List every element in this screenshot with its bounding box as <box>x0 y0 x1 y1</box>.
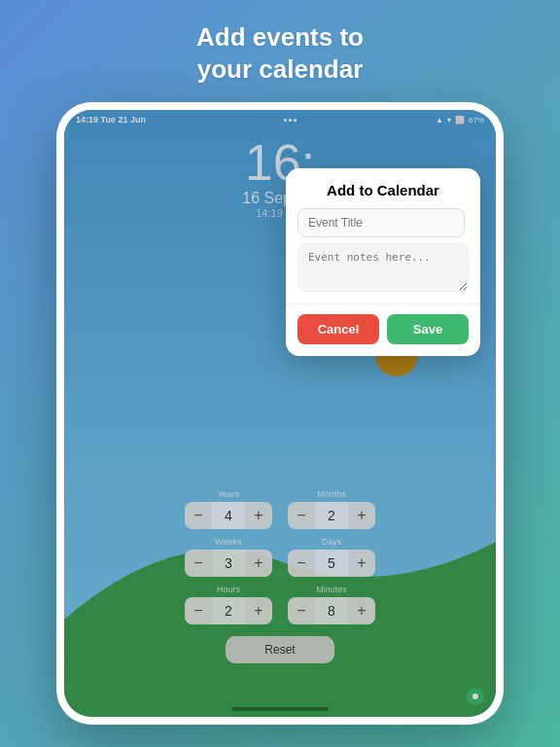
modal-dialog: Add to Calendar Cancel Save <box>286 168 480 356</box>
device-frame: 14:19 Tue 21 Jun ▲ ▾ ⬜ 67% 16: 16 Septem <box>56 102 504 725</box>
event-title-input[interactable] <box>298 208 465 237</box>
title-line2: your calendar <box>197 54 364 84</box>
modal-overlay: Add to Calendar Cancel Save <box>64 110 496 717</box>
event-notes-input[interactable] <box>298 243 469 292</box>
save-button[interactable]: Save <box>387 314 469 344</box>
modal-buttons: Cancel Save <box>286 303 480 356</box>
page-title-area: Add events to your calendar <box>158 0 402 102</box>
cancel-button[interactable]: Cancel <box>298 314 379 344</box>
device-screen: 14:19 Tue 21 Jun ▲ ▾ ⬜ 67% 16: 16 Septem <box>64 110 496 717</box>
title-line1: Add events to <box>196 22 364 52</box>
page-title: Add events to your calendar <box>196 21 364 85</box>
modal-title: Add to Calendar <box>286 168 480 208</box>
